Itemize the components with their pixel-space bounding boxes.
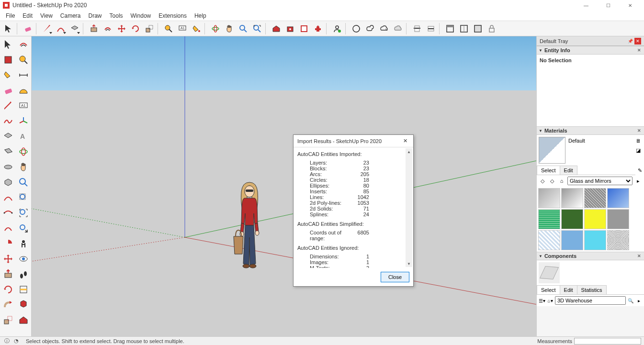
menu-camera[interactable]: Camera <box>56 11 85 20</box>
material-menu-icon[interactable]: ▸ <box>634 177 642 185</box>
dimensions-icon[interactable] <box>16 68 31 82</box>
followme-icon[interactable] <box>1 298 15 312</box>
menu-window[interactable]: Window <box>127 11 155 20</box>
solid-intersect-icon[interactable] <box>363 22 376 35</box>
materials-tab-edit[interactable]: Edit <box>560 166 577 175</box>
close-window-button[interactable]: ✕ <box>619 0 641 11</box>
3d-viewport[interactable]: Import Results - SketchUp Pro 2020 ✕ Aut… <box>32 36 536 336</box>
user-icon[interactable] <box>330 22 343 35</box>
protractor-icon[interactable] <box>16 83 31 98</box>
material-swatch[interactable] <box>538 188 560 208</box>
extension-warehouse-icon[interactable] <box>283 22 296 35</box>
shape-tool-icon[interactable] <box>68 22 81 35</box>
pushpull-icon[interactable] <box>1 267 15 281</box>
rotated-rectangle-icon[interactable] <box>1 145 15 159</box>
scale-tool-icon[interactable] <box>143 22 156 35</box>
paint-bucket-icon[interactable] <box>190 22 203 35</box>
help-icon[interactable]: ⓘ <box>3 338 11 345</box>
pushpull-tool-icon[interactable] <box>87 22 100 35</box>
components-tab-edit[interactable]: Edit <box>560 285 577 294</box>
line-tool-icon[interactable] <box>40 22 53 35</box>
rectangle-icon[interactable] <box>1 129 15 144</box>
scroll-up-icon[interactable]: ▲ <box>406 148 412 155</box>
move-tool-icon[interactable] <box>115 22 128 35</box>
eraser-tool-icon[interactable] <box>21 22 34 35</box>
materials-header[interactable]: ▼ Materials ✕ <box>537 126 644 135</box>
make-component-icon[interactable] <box>1 53 15 67</box>
components-tab-select[interactable]: Select <box>537 285 560 294</box>
orbit-tool-icon[interactable] <box>209 22 222 35</box>
move-icon[interactable] <box>1 252 15 266</box>
scale-icon[interactable] <box>1 313 15 327</box>
views-top-icon[interactable] <box>457 22 470 35</box>
close-button[interactable]: Close <box>381 272 409 282</box>
solid-trim-icon[interactable] <box>391 22 404 35</box>
minimize-button[interactable]: — <box>575 0 597 11</box>
menu-tools[interactable]: Tools <box>106 11 127 20</box>
solid-union-icon[interactable] <box>350 22 362 35</box>
material-swatch[interactable] <box>607 209 629 229</box>
solid-subtract-icon[interactable] <box>377 22 390 35</box>
search-icon[interactable]: 🔍 <box>627 297 634 304</box>
tray-pin-icon[interactable]: 📌 <box>627 38 633 45</box>
paint-icon[interactable] <box>1 68 15 82</box>
dialog-scrollbar[interactable]: ▲ ▼ <box>406 148 412 267</box>
lock-icon[interactable] <box>485 22 498 35</box>
material-swatch[interactable] <box>561 209 583 229</box>
warehouse-icon2[interactable] <box>16 313 31 327</box>
zoom-tool-icon[interactable] <box>237 22 249 35</box>
text-icon[interactable]: A1 <box>16 99 31 113</box>
zoom-icon[interactable] <box>16 175 31 189</box>
pan-tool-icon[interactable] <box>223 22 236 35</box>
menu-help[interactable]: Help <box>191 11 210 20</box>
pie-icon[interactable] <box>1 236 15 251</box>
component-menu-icon[interactable]: ▸ <box>635 297 642 304</box>
offset-icon[interactable] <box>16 37 31 52</box>
section-icon[interactable] <box>16 282 31 297</box>
3point-arc-icon[interactable] <box>1 221 15 235</box>
scroll-down-icon[interactable]: ▼ <box>406 260 412 267</box>
nav-fwd-icon[interactable]: ◇ <box>548 177 556 185</box>
zoom-window-icon[interactable] <box>16 190 31 205</box>
zoom-extents-icon2[interactable] <box>16 206 31 220</box>
arc-tool-icon[interactable] <box>54 22 67 35</box>
components-header[interactable]: ▼ Components ✕ <box>537 252 644 260</box>
material-swatch[interactable] <box>561 230 583 250</box>
views-front-icon[interactable] <box>471 22 484 35</box>
nav-home-icon[interactable]: ⌂ <box>558 177 565 185</box>
section-display-icon[interactable] <box>424 22 437 35</box>
menu-edit[interactable]: Edit <box>19 11 36 20</box>
menu-file[interactable]: File <box>2 11 19 20</box>
select-icon[interactable] <box>1 37 15 52</box>
circle-icon[interactable] <box>1 160 15 174</box>
polygon-icon[interactable] <box>1 175 15 189</box>
panel-close-icon[interactable]: ✕ <box>636 253 642 259</box>
component-search-input[interactable] <box>555 296 626 305</box>
rotate-tool-icon[interactable] <box>129 22 142 35</box>
tape-icon[interactable] <box>16 53 31 67</box>
offset-tool-icon[interactable] <box>101 22 114 35</box>
arc-icon[interactable] <box>1 190 15 205</box>
material-swatch[interactable] <box>584 230 606 250</box>
select-tool-icon[interactable] <box>2 22 15 35</box>
warehouse-icon[interactable] <box>270 22 282 35</box>
components-tab-statistics[interactable]: Statistics <box>577 285 607 294</box>
menu-view[interactable]: View <box>36 11 56 20</box>
views-iso-icon[interactable] <box>443 22 456 35</box>
material-swatch[interactable] <box>538 230 560 250</box>
material-swatch[interactable] <box>538 209 560 229</box>
menu-extensions[interactable]: Extensions <box>155 11 191 20</box>
material-swatch[interactable] <box>561 188 583 208</box>
zoom-extents-icon[interactable] <box>250 22 263 35</box>
previous-icon[interactable] <box>16 221 31 235</box>
entity-info-header[interactable]: ▼ Entity Info ✕ <box>537 46 644 55</box>
walk-icon[interactable] <box>16 267 31 281</box>
material-create-icon[interactable]: 🗎 <box>634 137 642 145</box>
freehand-icon[interactable] <box>1 114 15 128</box>
layout-icon[interactable] <box>297 22 310 35</box>
dialog-close-icon[interactable]: ✕ <box>401 137 409 145</box>
axes-icon[interactable] <box>16 114 31 128</box>
maximize-button[interactable]: ☐ <box>597 0 619 11</box>
tray-close-icon[interactable]: ✕ <box>634 38 641 45</box>
view-options-icon[interactable]: ☰▾ <box>539 297 545 304</box>
